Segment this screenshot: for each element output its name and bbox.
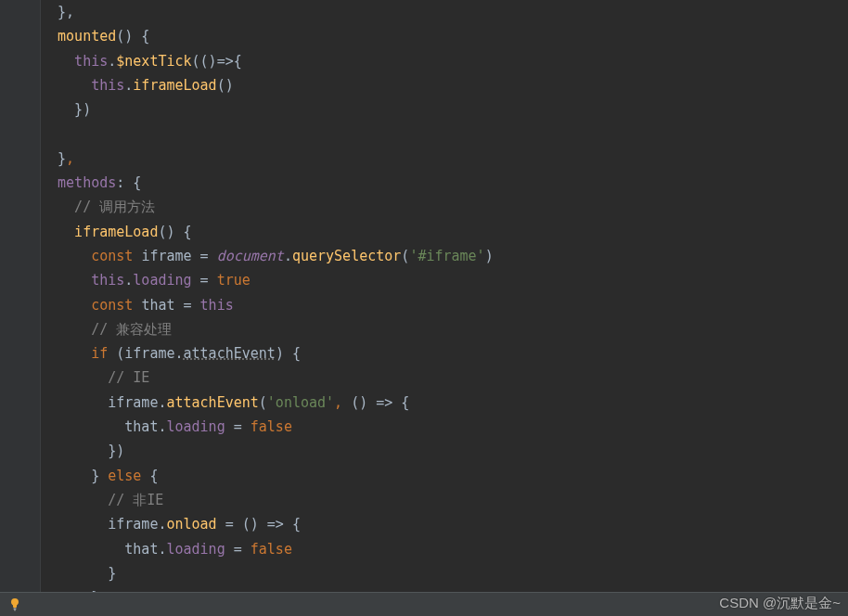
code-line: // 非IE — [41, 488, 848, 512]
code-line: // 兼容处理 — [41, 317, 848, 341]
code-line: if (iframe.attachEvent) { — [41, 341, 848, 366]
code-line: that.loading = false — [41, 415, 848, 439]
code-line: // IE — [41, 366, 848, 390]
line-gutter — [0, 0, 41, 616]
code-editor[interactable]: }, mounted() { this.$nextTick(()=>{ this… — [0, 0, 848, 616]
code-line — [41, 122, 848, 146]
code-line: this.iframeLoad() — [41, 73, 848, 97]
code-line: methods: { — [41, 171, 848, 195]
code-line: }) — [41, 97, 848, 122]
code-line: }, — [41, 0, 848, 24]
code-content[interactable]: }, mounted() { this.$nextTick(()=>{ this… — [41, 0, 848, 616]
code-line: that.loading = false — [41, 537, 848, 561]
code-line: iframe.onload = () => { — [41, 512, 848, 536]
code-line: this.$nextTick(()=>{ — [41, 49, 848, 73]
code-line: }, — [41, 147, 848, 171]
lightbulb-icon[interactable] — [7, 597, 22, 612]
code-line: this.loading = true — [41, 268, 848, 292]
code-line: const iframe = document.querySelector('#… — [41, 244, 848, 268]
svg-rect-1 — [14, 610, 16, 610]
code-line: } else { — [41, 464, 848, 488]
code-line: const that = this — [41, 293, 848, 317]
code-line: iframeLoad() { — [41, 220, 848, 244]
watermark-text: CSDN @沉默是金~ — [719, 595, 841, 612]
code-line: }) — [41, 439, 848, 463]
code-line: iframe.attachEvent('onload', () => { — [41, 391, 848, 415]
code-line: } — [41, 561, 848, 585]
code-line: mounted() { — [41, 24, 848, 48]
code-line: // 调用方法 — [41, 195, 848, 219]
svg-rect-0 — [14, 608, 17, 609]
